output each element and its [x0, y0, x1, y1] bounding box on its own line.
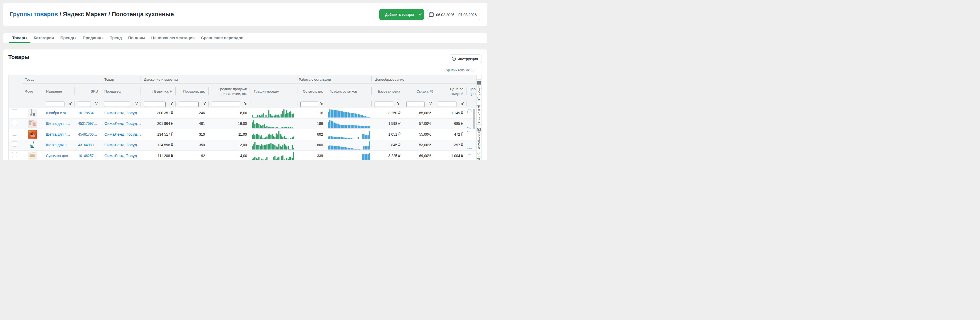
svg-text:?: ?: [453, 57, 455, 60]
svg-text:С СОВКОМ: С СОВКОМ: [29, 120, 34, 121]
svg-text:ДЛЯ ПОЛА: ДЛЯ ПОЛА: [29, 130, 35, 132]
